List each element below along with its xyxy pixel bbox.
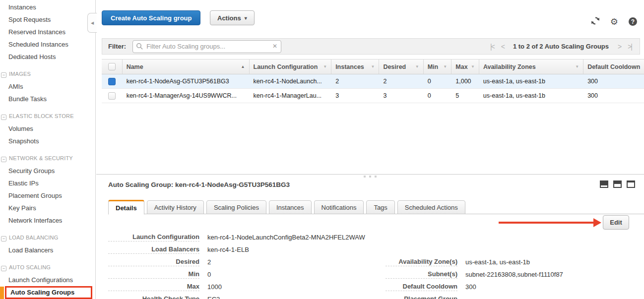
annotation-arrow: [499, 222, 594, 224]
clear-search-icon[interactable]: ✕: [272, 43, 277, 50]
actions-button-label: Actions: [217, 14, 241, 22]
row-checkbox[interactable]: [108, 78, 116, 85]
column-header-label: Min: [428, 63, 444, 70]
detail-field-value: subnet-22163808,subnet-f1110f87: [465, 271, 563, 278]
detail-field-desired: Desired2: [108, 256, 365, 268]
panel-resize-handle[interactable]: [364, 176, 377, 178]
sidebar-section-auto-scaling[interactable]: −AUTO SCALING: [0, 261, 95, 274]
sidebar-item-auto-scaling-groups[interactable]: Auto Scaling Groups: [5, 286, 92, 299]
column-menu-icon[interactable]: ▼: [443, 64, 447, 69]
column-header-label: Instances: [335, 63, 371, 70]
detail-field-label: Launch Configuration: [108, 233, 199, 241]
actions-button[interactable]: Actions ▾: [210, 10, 255, 25]
sidebar-item-label: Instances: [8, 3, 36, 11]
cell-launch-configuration: ken-rc4-1-ManagerLau...: [250, 89, 332, 103]
cell-name: ken-rc4-1-NodeAsg-G5TU3P561BG3: [123, 74, 250, 88]
sidebar-item-launch-configurations[interactable]: Launch Configurations: [0, 274, 95, 286]
sidebar-section-elastic-block-store[interactable]: −ELASTIC BLOCK STORE: [0, 110, 95, 122]
sidebar-item-instances[interactable]: Instances: [0, 1, 95, 13]
column-menu-icon[interactable]: ▼: [415, 64, 419, 69]
sidebar-item-key-pairs[interactable]: Key Pairs: [0, 202, 95, 214]
column-menu-icon[interactable]: ▼: [575, 64, 579, 69]
tab-details[interactable]: Details: [108, 200, 144, 215]
sidebar-section-load-balancing[interactable]: −LOAD BALANCING: [0, 232, 95, 244]
column-header-max[interactable]: Max▼: [451, 60, 479, 74]
tab-tags[interactable]: Tags: [366, 200, 394, 214]
cell-max: 5: [451, 89, 479, 103]
sidebar-item-elastic-ips[interactable]: Elastic IPs: [0, 177, 95, 189]
sidebar-collapse-toggle[interactable]: ◀: [87, 13, 97, 33]
sidebar-item-label: Volumes: [8, 125, 33, 132]
layout-bottom-half-icon[interactable]: [613, 180, 622, 188]
sidebar-item-security-groups[interactable]: Security Groups: [0, 165, 95, 177]
detail-field-label: Load Balancers: [108, 245, 199, 254]
gear-icon[interactable]: ⚙: [610, 17, 618, 26]
sort-ascending-icon[interactable]: ▲: [241, 64, 245, 69]
sidebar-item-volumes[interactable]: Volumes: [0, 122, 95, 135]
pagination: |< < 1 to 2 of 2 Auto Scaling Groups > >…: [490, 43, 634, 51]
column-header-availability-zones[interactable]: Availability Zones▼: [479, 60, 583, 74]
tab-instances[interactable]: Instances: [269, 200, 312, 214]
create-auto-scaling-group-button[interactable]: Create Auto Scaling group: [102, 10, 200, 25]
tab-scheduled-actions[interactable]: Scheduled Actions: [397, 200, 465, 214]
layout-bottom-small-icon[interactable]: [600, 180, 608, 188]
previous-page-button[interactable]: <: [501, 43, 504, 51]
sidebar-item-spot-requests[interactable]: Spot Requests: [0, 13, 95, 26]
sidebar-item-scheduled-instances[interactable]: Scheduled Instances: [0, 38, 95, 51]
detail-field-health-check-type: Health Check TypeEC2: [108, 293, 365, 299]
sidebar-item-snapshots[interactable]: Snapshots: [0, 135, 95, 147]
collapse-minus-icon: −: [1, 157, 6, 162]
column-header-default-cooldown[interactable]: Default Cooldown▼: [583, 60, 644, 74]
filter-label: Filter:: [108, 43, 126, 50]
sidebar-item-bundle-tasks[interactable]: Bundle Tasks: [0, 93, 95, 105]
row-checkbox[interactable]: [108, 92, 116, 100]
sidebar-section-network-security[interactable]: −NETWORK & SECURITY: [0, 152, 95, 165]
next-page-button[interactable]: >: [618, 43, 621, 51]
column-menu-icon[interactable]: ▼: [323, 64, 327, 69]
select-all-checkbox[interactable]: [108, 63, 116, 70]
cell-availability-zones: us-east-1a, us-east-1b: [479, 89, 583, 103]
tab-activity-history[interactable]: Activity History: [147, 200, 204, 214]
cell-instances: 3: [331, 89, 379, 103]
column-header-min[interactable]: Min▼: [424, 60, 452, 74]
column-menu-icon[interactable]: ▼: [371, 64, 375, 69]
detail-field-value: 2: [207, 258, 211, 266]
column-header-instances[interactable]: Instances▼: [331, 60, 379, 74]
column-header-label: Max: [455, 63, 471, 70]
sidebar-item-dedicated-hosts[interactable]: Dedicated Hosts: [0, 51, 95, 63]
sidebar-item-label: Load Balancers: [8, 246, 53, 254]
sidebar-section-images[interactable]: −IMAGES: [0, 68, 95, 80]
ec2-console: InstancesSpot RequestsReserved Instances…: [0, 0, 644, 299]
pagination-text: 1 to 2 of 2 Auto Scaling Groups: [513, 43, 609, 50]
layout-bottom-large-icon[interactable]: [627, 180, 635, 188]
detail-field-value: EC2: [207, 296, 220, 299]
filter-search-input[interactable]: [132, 40, 281, 53]
annotation-arrow-head: [593, 218, 601, 227]
cell-launch-configuration: ken-rc4-1-NodeLaunch...: [250, 74, 332, 88]
detail-field-value: ken-rc4-1-NodeLaunchConfigBeta2-MNA2HFEL…: [207, 234, 365, 241]
edit-button[interactable]: Edit: [603, 215, 629, 230]
refresh-icon[interactable]: [591, 16, 600, 27]
collapse-minus-icon: −: [1, 266, 6, 271]
sidebar-section-label: AUTO SCALING: [9, 264, 51, 270]
last-page-button[interactable]: >|: [628, 43, 632, 51]
column-header-name[interactable]: Name▲: [123, 60, 250, 74]
sidebar-item-label: Reserved Instances: [8, 28, 65, 36]
detail-field-label: Placement Group: [386, 295, 457, 299]
collapse-minus-icon: −: [1, 72, 6, 78]
sidebar-item-placement-groups[interactable]: Placement Groups: [0, 189, 95, 202]
column-header-desired[interactable]: Desired▼: [379, 60, 423, 74]
column-header-launch-configuration[interactable]: Launch Configuration▼: [250, 60, 332, 74]
tab-scaling-policies[interactable]: Scaling Policies: [206, 200, 266, 214]
first-page-button[interactable]: |<: [490, 43, 494, 51]
sidebar-item-reserved-instances[interactable]: Reserved Instances: [0, 26, 95, 38]
sidebar-item-network-interfaces[interactable]: Network Interfaces: [0, 214, 95, 227]
detail-field-launch-configuration: Launch Configurationken-rc4-1-NodeLaunch…: [108, 231, 365, 243]
sidebar-item-amis[interactable]: AMIs: [0, 80, 95, 93]
help-icon[interactable]: ?: [629, 17, 637, 26]
table-row[interactable]: ken-rc4-1-NodeAsg-G5TU3P561BG3ken-rc4-1-…: [102, 74, 644, 89]
table-row[interactable]: ken-rc4-1-ManagerAsg-14US9WWCR...ken-rc4…: [102, 89, 644, 103]
sidebar-item-load-balancers[interactable]: Load Balancers: [0, 244, 95, 256]
tab-notifications[interactable]: Notifications: [314, 200, 364, 214]
column-menu-icon[interactable]: ▼: [471, 64, 475, 69]
